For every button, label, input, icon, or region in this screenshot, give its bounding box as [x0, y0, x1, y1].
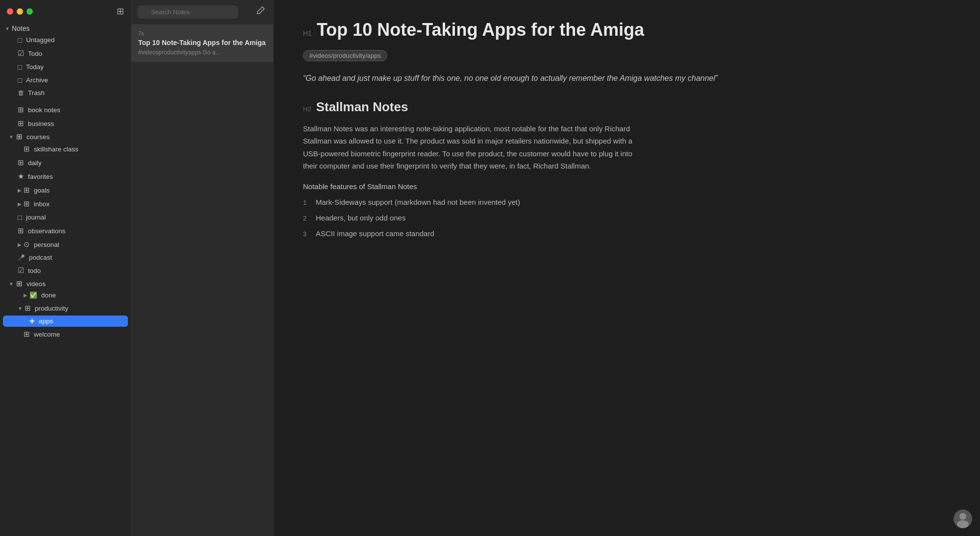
- user-avatar-icon: [954, 510, 972, 528]
- videos-chevron-icon: ▼: [9, 281, 14, 287]
- doc-h1: H1 Top 10 Note-Taking Apps for the Amiga: [303, 20, 951, 40]
- avatar: [954, 510, 972, 528]
- notes-chevron-icon: ▼: [5, 26, 10, 31]
- traffic-lights: [7, 8, 33, 15]
- sidebar-item-apps[interactable]: ✚ apps: [3, 316, 128, 327]
- inbox-icon: ⊞: [24, 199, 30, 208]
- compose-icon: [255, 6, 265, 16]
- sidebar-label-inbox: inbox: [34, 200, 50, 208]
- notes-section-header[interactable]: ▼ Notes: [0, 23, 131, 33]
- minimize-button[interactable]: [17, 8, 23, 15]
- podcast-icon: 🎤: [18, 254, 25, 261]
- sidebar-item-untagged[interactable]: □ Untagged: [3, 34, 128, 46]
- list-item-3: 3 ASCII image support came standard: [303, 228, 951, 240]
- sidebar-label-favorites: favorites: [28, 173, 53, 180]
- sidebar-label-skillshare: skillshare class: [34, 146, 78, 153]
- sidebar-item-welcome[interactable]: ⊞ welcome: [3, 328, 128, 341]
- sidebar-item-todo[interactable]: ☑ Todo: [3, 47, 128, 60]
- welcome-icon: ⊞: [24, 330, 30, 339]
- sidebar-item-journal[interactable]: □ journal: [3, 211, 128, 223]
- filter-icon[interactable]: ⊞: [117, 6, 124, 17]
- search-input[interactable]: [137, 5, 238, 19]
- sidebar-item-personal[interactable]: ▶ ⊙ personal: [3, 238, 128, 251]
- doc-subheading: Notable features of Stallman Notes: [303, 182, 951, 191]
- todo-icon: ☑: [18, 49, 24, 58]
- sidebar-item-done[interactable]: ▶ ✅ done: [3, 290, 128, 301]
- sidebar-item-archive[interactable]: □ Archive: [3, 74, 128, 86]
- doc-quote: “Go ahead and just make up stuff for thi…: [303, 72, 951, 85]
- doc-h2-title[interactable]: Stallman Notes: [316, 99, 408, 115]
- note-meta: 7s: [138, 30, 266, 36]
- sidebar-label-apps: apps: [39, 317, 53, 325]
- h1-label: H1: [303, 29, 312, 37]
- sidebar-item-today[interactable]: □ Today: [3, 61, 128, 73]
- list-item-1: 1 Mark-Sideways support (markdown had no…: [303, 196, 951, 208]
- note-list-panel: 🔍 7s Top 10 Note-Taking Apps for the Ami…: [131, 0, 274, 536]
- note-item-top10[interactable]: 7s Top 10 Note-Taking Apps for the Amiga…: [131, 24, 273, 62]
- sidebar-label-observations: observations: [28, 227, 66, 235]
- sidebar-label-welcome: welcome: [34, 331, 60, 338]
- h2-label: H2: [303, 105, 311, 113]
- sidebar: ⊞ ▼ Notes □ Untagged ☑ Todo □ Today □ Ar…: [0, 0, 131, 536]
- business-icon: ⊞: [18, 119, 24, 128]
- doc-title[interactable]: Top 10 Note-Taking Apps for the Amiga: [317, 20, 644, 40]
- sidebar-item-favorites[interactable]: ★ favorites: [3, 170, 128, 183]
- skillshare-icon: ⊞: [24, 145, 30, 153]
- sidebar-label-todo: Todo: [28, 50, 42, 57]
- list-num-2: 2: [303, 214, 311, 224]
- sidebar-item-skillshare[interactable]: ⊞ skillshare class: [3, 143, 128, 155]
- book-notes-icon: ⊞: [18, 105, 24, 114]
- sidebar-item-observations[interactable]: ⊞ observations: [3, 224, 128, 237]
- sidebar-label-courses: courses: [26, 133, 50, 141]
- close-button[interactable]: [7, 8, 13, 15]
- sidebar-item-podcast[interactable]: 🎤 podcast: [3, 252, 128, 263]
- note-title: Top 10 Note-Taking Apps for the Amiga: [138, 38, 266, 47]
- sidebar-item-goals[interactable]: ▶ ⊞ goals: [3, 184, 128, 196]
- sidebar-item-inbox[interactable]: ▶ ⊞ inbox: [3, 197, 128, 210]
- courses-chevron-icon: ▼: [9, 134, 14, 140]
- sidebar-label-done: done: [41, 292, 56, 299]
- personal-chevron-icon: ▶: [18, 242, 22, 247]
- journal-icon: □: [18, 213, 22, 221]
- sidebar-item-courses[interactable]: ▼ ⊞ courses: [0, 130, 131, 142]
- favorites-icon: ★: [18, 172, 24, 181]
- list-num-1: 1: [303, 198, 311, 208]
- inbox-chevron-icon: ▶: [18, 201, 22, 207]
- personal-icon: ⊙: [24, 240, 30, 249]
- tag-badge[interactable]: #videos/productivity/apps: [303, 50, 387, 61]
- productivity-icon: ⊞: [25, 304, 31, 313]
- sidebar-item-daily[interactable]: ⊞ daily: [3, 156, 128, 169]
- apps-icon: ✚: [29, 317, 35, 325]
- sidebar-label-business: business: [28, 120, 54, 127]
- sidebar-item-videos[interactable]: ▼ ⊞ videos: [0, 277, 131, 289]
- list-text-1: Mark-Sideways support (markdown had not …: [316, 196, 520, 208]
- daily-icon: ⊞: [18, 158, 24, 167]
- list-item-2: 2 Headers, but only odd ones: [303, 212, 951, 224]
- productivity-chevron-icon: ▼: [18, 306, 23, 311]
- note-list-header: 🔍: [131, 0, 273, 24]
- doc-body-paragraph: Stallman Notes was an interesting note-t…: [303, 122, 646, 172]
- archive-icon: □: [18, 76, 22, 84]
- title-bar: ⊞: [0, 0, 131, 23]
- sidebar-item-todo-folder[interactable]: ☑ todo: [3, 264, 128, 277]
- sidebar-label-daily: daily: [28, 159, 42, 167]
- sidebar-item-book-notes[interactable]: ⊞ book notes: [3, 103, 128, 116]
- sidebar-label-productivity: productivity: [35, 305, 68, 312]
- sidebar-label-book-notes: book notes: [28, 106, 60, 114]
- sidebar-item-business[interactable]: ⊞ business: [3, 117, 128, 130]
- note-preview: #videosproductivityapps Go a...: [138, 49, 266, 56]
- sidebar-item-trash[interactable]: 🗑 Trash: [3, 87, 128, 98]
- courses-icon: ⊞: [16, 132, 23, 141]
- sidebar-label-personal: personal: [34, 241, 59, 248]
- sidebar-label-untagged: Untagged: [26, 36, 55, 44]
- sidebar-label-todo-folder: todo: [28, 267, 41, 274]
- doc-h2: H2 Stallman Notes: [303, 99, 951, 115]
- sidebar-label-goals: goals: [34, 187, 50, 194]
- compose-button[interactable]: [253, 5, 267, 19]
- svg-point-1: [959, 513, 966, 520]
- note-time: 7s: [138, 30, 144, 36]
- sidebar-item-productivity[interactable]: ▼ ⊞ productivity: [3, 302, 128, 315]
- sidebar-label-videos: videos: [26, 280, 46, 288]
- search-wrapper: 🔍: [137, 5, 250, 19]
- maximize-button[interactable]: [26, 8, 33, 15]
